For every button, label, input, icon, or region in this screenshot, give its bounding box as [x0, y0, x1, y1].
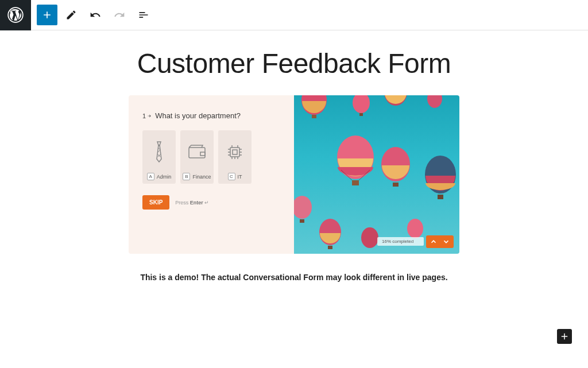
svg-point-22	[361, 227, 378, 248]
tie-icon	[152, 138, 166, 166]
redo-icon	[109, 5, 130, 25]
option-label: AAdmin	[147, 173, 172, 180]
option-it[interactable]: CIT	[218, 130, 252, 184]
option-label: BFinance	[183, 173, 211, 180]
svg-point-23	[407, 219, 423, 238]
undo-icon[interactable]	[85, 5, 106, 25]
editor-toolbar	[0, 0, 588, 30]
option-label: CIT	[228, 173, 242, 180]
svg-rect-7	[359, 113, 363, 116]
edit-icon[interactable]	[61, 5, 82, 25]
form-question-panel: 1 What is your department? AAdmin BFinan…	[129, 95, 294, 254]
page-title[interactable]: Customer Feedback Form	[137, 48, 451, 79]
svg-rect-3	[233, 150, 237, 154]
svg-rect-1	[189, 148, 205, 158]
form-nav-buttons[interactable]	[426, 235, 454, 248]
document-outline-icon[interactable]	[133, 5, 154, 25]
option-finance[interactable]: BFinance	[180, 130, 214, 184]
option-admin[interactable]: AAdmin	[142, 130, 176, 184]
form-image-panel: 16% completed	[294, 95, 459, 254]
wordpress-logo[interactable]	[0, 0, 31, 30]
chip-icon	[226, 138, 244, 166]
svg-point-9	[427, 95, 442, 108]
svg-rect-2	[230, 148, 239, 157]
svg-rect-17	[438, 195, 443, 199]
svg-rect-19	[300, 219, 304, 223]
enter-hint: Press Enter ↵	[175, 200, 209, 206]
balloons-image	[294, 95, 459, 254]
question-text: What is your department?	[155, 111, 241, 120]
wallet-icon	[188, 138, 206, 166]
skip-button[interactable]: SKIP	[142, 195, 169, 210]
demo-notice: This is a demo! The actual Conversationa…	[129, 271, 459, 284]
options-row: AAdmin BFinance CIT	[142, 130, 283, 184]
conversational-form-block[interactable]: 1 What is your department? AAdmin BFinan…	[129, 95, 459, 254]
question-number: 1	[142, 113, 152, 119]
toolbar-actions	[31, 5, 154, 25]
svg-point-6	[353, 95, 370, 113]
add-block-button[interactable]	[37, 5, 57, 25]
progress-indicator: 16% completed	[377, 237, 424, 246]
editor-canvas: Customer Feedback Form 1 What is your de…	[0, 30, 588, 301]
svg-rect-5	[312, 115, 316, 118]
chevron-up-icon[interactable]	[430, 238, 438, 246]
svg-rect-11	[352, 180, 359, 185]
add-block-inline-button[interactable]	[557, 329, 572, 344]
svg-rect-15	[393, 183, 399, 187]
chevron-down-icon[interactable]	[442, 238, 450, 246]
svg-point-18	[294, 196, 312, 219]
svg-rect-21	[328, 246, 332, 249]
skip-row: SKIP Press Enter ↵	[142, 195, 283, 210]
question-header: 1 What is your department?	[142, 111, 283, 120]
